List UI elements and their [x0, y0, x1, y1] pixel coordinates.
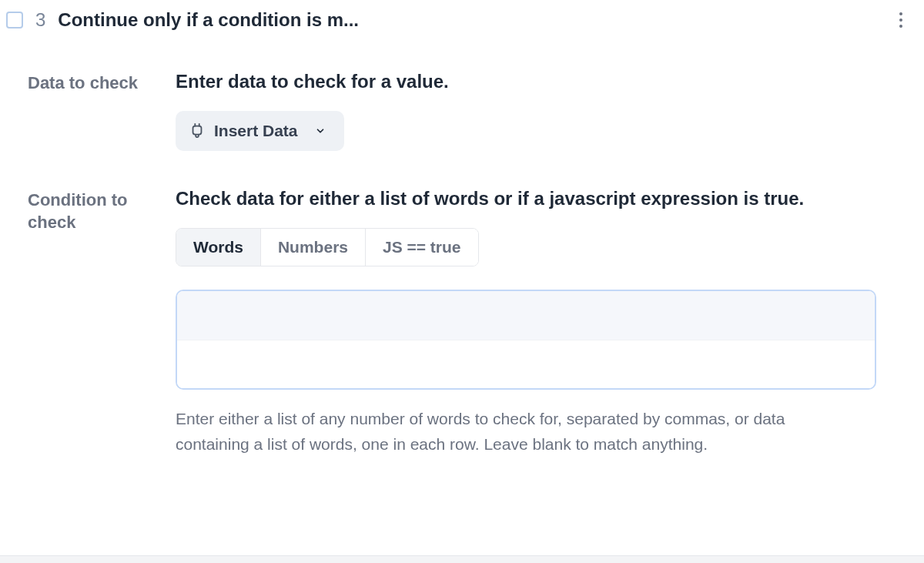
more-vertical-icon	[899, 12, 902, 15]
tab-words[interactable]: Words	[176, 229, 261, 266]
step-header: 3 Continue only if a condition is m...	[0, 0, 924, 40]
step-title: Continue only if a condition is m...	[58, 9, 359, 31]
condition-heading: Check data for either a list of words or…	[176, 188, 896, 209]
field-label-condition: Condition to check	[28, 188, 176, 457]
data-to-check-heading: Enter data to check for a value.	[176, 71, 896, 92]
tab-numbers[interactable]: Numbers	[261, 229, 366, 266]
step-number: 3	[35, 9, 45, 31]
svg-rect-0	[193, 126, 202, 135]
chevron-down-icon	[315, 126, 326, 136]
insert-data-label: Insert Data	[214, 122, 298, 140]
words-input-area[interactable]	[177, 340, 875, 388]
step-content: Data to check Enter data to check for a …	[0, 40, 924, 457]
field-label-data-to-check: Data to check	[28, 71, 176, 151]
words-help-text: Enter either a list of any number of wor…	[176, 407, 853, 457]
field-data-to-check: Data to check Enter data to check for a …	[28, 71, 896, 151]
tab-js[interactable]: JS == true	[366, 229, 478, 266]
condition-tabs: Words Numbers JS == true	[176, 228, 479, 266]
more-menu-button[interactable]	[893, 6, 909, 34]
field-body-data-to-check: Enter data to check for a value. Insert …	[176, 71, 896, 151]
words-input[interactable]	[176, 290, 876, 390]
field-body-condition: Check data for either a list of words or…	[176, 188, 896, 457]
bottom-strip	[0, 555, 924, 563]
field-condition-to-check: Condition to check Check data for either…	[28, 188, 896, 457]
step-checkbox[interactable]	[6, 12, 23, 28]
insert-data-icon	[189, 123, 205, 139]
insert-data-button[interactable]: Insert Data	[176, 111, 344, 151]
step-config-panel: 3 Continue only if a condition is m... D…	[0, 0, 924, 563]
words-input-toolbar	[177, 291, 875, 340]
step-header-left: 3 Continue only if a condition is m...	[6, 9, 359, 31]
